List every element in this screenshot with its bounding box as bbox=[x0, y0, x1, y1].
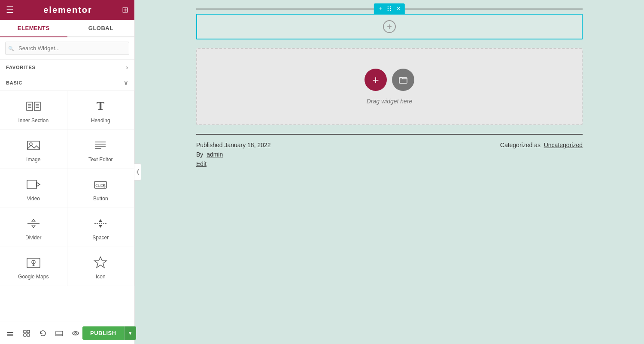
panel-content: FAVORITES › BASIC ∨ bbox=[0, 60, 134, 344]
basic-chevron: ∨ bbox=[124, 79, 128, 86]
history-icon[interactable] bbox=[36, 326, 50, 340]
svg-marker-25 bbox=[99, 225, 102, 228]
publish-button[interactable]: PUBLISH bbox=[82, 326, 124, 340]
widget-text-editor[interactable]: Text Editor bbox=[67, 130, 135, 169]
by-label: By bbox=[196, 151, 203, 158]
bottom-toolbar: PUBLISH ▾ bbox=[0, 322, 134, 344]
video-icon bbox=[26, 177, 41, 192]
favorites-chevron: › bbox=[126, 64, 128, 71]
svg-rect-35 bbox=[24, 330, 26, 333]
canvas-area: + × + + Drag widget here bbox=[135, 0, 644, 344]
drop-area: + Drag widget here bbox=[196, 48, 583, 125]
widget-spacer[interactable]: Spacer bbox=[67, 208, 135, 247]
collapse-panel-handle[interactable] bbox=[134, 163, 141, 181]
responsive-icon[interactable] bbox=[52, 326, 66, 340]
widget-divider[interactable]: Divider bbox=[0, 208, 67, 247]
layers-icon[interactable] bbox=[3, 326, 17, 340]
svg-marker-31 bbox=[94, 257, 106, 268]
inner-section-icon bbox=[26, 99, 41, 114]
section-add-button[interactable]: + bbox=[377, 5, 384, 12]
google-maps-icon bbox=[26, 255, 41, 270]
widget-image-label: Image bbox=[26, 157, 40, 163]
svg-rect-32 bbox=[7, 332, 13, 333]
widget-button[interactable]: CLICK Button bbox=[67, 169, 135, 208]
svg-point-45 bbox=[388, 8, 389, 9]
svg-point-42 bbox=[75, 332, 76, 334]
footer-meta-right: Categorized as Uncategorized bbox=[500, 142, 583, 167]
svg-rect-34 bbox=[7, 335, 13, 336]
publish-group: PUBLISH ▾ bbox=[82, 326, 136, 340]
widget-spacer-label: Spacer bbox=[92, 235, 109, 241]
svg-point-43 bbox=[388, 6, 389, 7]
categorized-label: Categorized as bbox=[500, 142, 541, 148]
section-delete-button[interactable]: × bbox=[395, 5, 402, 12]
category-link[interactable]: Uncategorized bbox=[544, 142, 583, 148]
drop-action-buttons: + bbox=[365, 69, 414, 91]
icon-widget-icon bbox=[93, 255, 108, 270]
svg-rect-0 bbox=[27, 102, 33, 111]
widget-video-label: Video bbox=[27, 196, 40, 202]
widget-divider-label: Divider bbox=[25, 235, 41, 241]
footer-line bbox=[196, 134, 583, 135]
tool-icons bbox=[3, 326, 82, 340]
section-move-button[interactable] bbox=[384, 5, 395, 12]
tab-elements[interactable]: ELEMENTS bbox=[0, 20, 67, 37]
section-add-widget-button[interactable]: + bbox=[383, 20, 396, 33]
svg-rect-1 bbox=[34, 102, 40, 111]
left-panel: ☰ elementor ⊞ ELEMENTS GLOBAL FAVORITES … bbox=[0, 0, 135, 344]
basic-header[interactable]: BASIC ∨ bbox=[0, 75, 134, 91]
favorites-label: FAVORITES bbox=[6, 65, 36, 70]
tab-global[interactable]: GLOBAL bbox=[67, 20, 135, 36]
svg-rect-26 bbox=[27, 258, 40, 268]
favorites-header[interactable]: FAVORITES › bbox=[0, 60, 134, 75]
heading-icon: T bbox=[93, 99, 108, 114]
svg-marker-16 bbox=[36, 182, 40, 187]
publish-dropdown-button[interactable]: ▾ bbox=[124, 326, 136, 340]
widget-inner-section[interactable]: Inner Section bbox=[0, 91, 67, 130]
widget-heading-label: Heading bbox=[91, 118, 110, 124]
widget-google-maps-label: Google Maps bbox=[18, 274, 49, 280]
svg-rect-39 bbox=[56, 331, 63, 336]
svg-rect-15 bbox=[27, 180, 36, 189]
svg-rect-33 bbox=[7, 334, 13, 335]
svg-rect-38 bbox=[27, 334, 30, 336]
svg-marker-24 bbox=[99, 219, 102, 222]
grid-icon[interactable]: ⊞ bbox=[122, 5, 128, 15]
panel-tabs: ELEMENTS GLOBAL bbox=[0, 20, 134, 37]
svg-marker-21 bbox=[32, 219, 35, 222]
footer-author: By admin bbox=[196, 151, 271, 158]
search-bar bbox=[0, 37, 134, 60]
spacer-icon bbox=[93, 216, 108, 231]
svg-marker-22 bbox=[32, 225, 35, 228]
svg-point-46 bbox=[390, 8, 391, 9]
button-icon: CLICK bbox=[93, 177, 108, 192]
svg-point-44 bbox=[390, 6, 391, 7]
svg-point-48 bbox=[390, 10, 391, 11]
eye-icon[interactable] bbox=[69, 326, 82, 340]
footer-meta-left: Published January 18, 2022 By admin Edit bbox=[196, 142, 271, 167]
svg-point-19 bbox=[103, 186, 105, 188]
drop-add-button[interactable]: + bbox=[365, 69, 387, 91]
author-link[interactable]: admin bbox=[207, 151, 223, 158]
widget-image[interactable]: Image bbox=[0, 130, 67, 169]
widget-heading[interactable]: T Heading bbox=[67, 91, 135, 130]
image-icon bbox=[26, 138, 41, 153]
widget-icon-label: Icon bbox=[96, 274, 106, 280]
menu-icon[interactable]: ☰ bbox=[6, 5, 14, 15]
svg-point-41 bbox=[73, 332, 79, 335]
edit-link[interactable]: Edit bbox=[196, 160, 271, 167]
drop-folder-button[interactable] bbox=[392, 69, 414, 91]
active-section[interactable]: + bbox=[196, 14, 583, 39]
footer-meta: Published January 18, 2022 By admin Edit… bbox=[196, 142, 583, 167]
active-section-wrapper: + × + bbox=[196, 14, 583, 39]
published-date: Published January 18, 2022 bbox=[196, 142, 271, 148]
widget-video[interactable]: Video bbox=[0, 169, 67, 208]
top-bar: ☰ elementor ⊞ bbox=[0, 0, 134, 20]
search-input[interactable] bbox=[5, 42, 129, 55]
widget-icon[interactable]: Icon bbox=[67, 247, 135, 286]
svg-text:T: T bbox=[97, 99, 105, 112]
widgets-icon[interactable] bbox=[20, 326, 33, 340]
widget-inner-section-label: Inner Section bbox=[18, 118, 49, 124]
text-editor-icon bbox=[93, 138, 108, 153]
widget-google-maps[interactable]: Google Maps bbox=[0, 247, 67, 286]
